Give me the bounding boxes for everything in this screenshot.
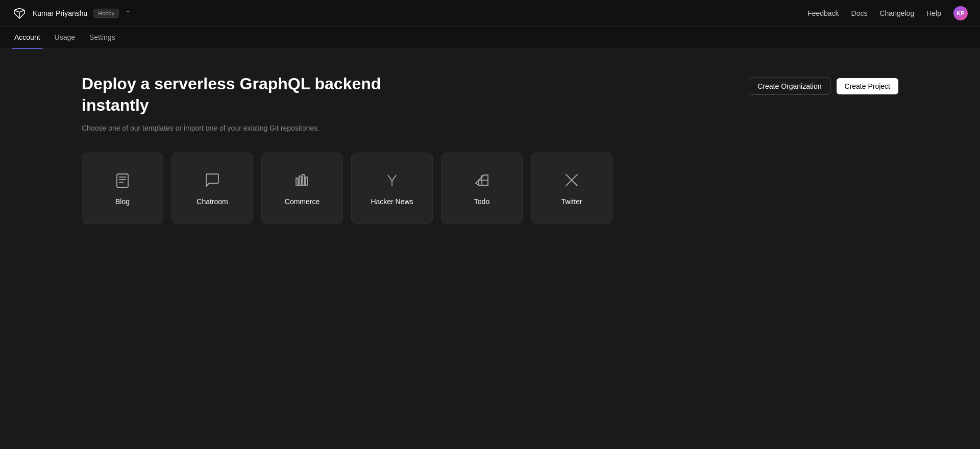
feedback-link[interactable]: Feedback	[807, 9, 839, 17]
template-card-todo[interactable]: Todo	[441, 153, 523, 224]
todo-icon	[473, 171, 491, 189]
template-card-chatroom[interactable]: Chatroom	[172, 153, 253, 224]
topbar: Kumar Priyanshu Hobby ⌃ Feedback Docs Ch…	[0, 0, 980, 27]
hero-actions: Create Organization Create Project	[749, 73, 898, 95]
svg-rect-6	[302, 174, 304, 185]
user-name: Kumar Priyanshu	[33, 9, 87, 17]
hobby-badge: Hobby	[93, 9, 119, 18]
svg-rect-5	[299, 176, 301, 185]
hacker-news-icon	[383, 171, 401, 189]
subnav-item-usage[interactable]: Usage	[53, 27, 77, 49]
template-label-twitter: Twitter	[561, 197, 582, 206]
blog-icon	[113, 171, 132, 189]
changelog-link[interactable]: Changelog	[879, 9, 914, 17]
template-label-chatroom: Chatroom	[197, 197, 228, 206]
hero-title: Deploy a serverless GraphQL backend inst…	[82, 73, 439, 116]
create-project-button[interactable]: Create Project	[837, 78, 898, 94]
subnav: Account Usage Settings	[0, 27, 980, 49]
main-content: Deploy a serverless GraphQL backend inst…	[0, 49, 980, 248]
svg-rect-7	[305, 177, 307, 185]
subnav-item-settings[interactable]: Settings	[87, 27, 117, 49]
hero-subtitle: Choose one of our templates or import on…	[82, 124, 898, 132]
template-label-commerce: Commerce	[285, 197, 320, 206]
expand-icon[interactable]: ⌃	[125, 9, 131, 17]
commerce-icon	[293, 171, 311, 189]
docs-link[interactable]: Docs	[851, 9, 868, 17]
chatroom-icon	[203, 171, 222, 189]
create-organization-button[interactable]: Create Organization	[749, 78, 830, 95]
topbar-right: Feedback Docs Changelog Help KP	[807, 6, 968, 20]
subnav-item-account[interactable]: Account	[12, 27, 42, 49]
template-label-hacker-news: Hacker News	[371, 197, 413, 206]
template-card-commerce[interactable]: Commerce	[261, 153, 343, 224]
template-label-blog: Blog	[115, 197, 130, 206]
hero-section: Deploy a serverless GraphQL backend inst…	[82, 73, 898, 116]
template-card-twitter[interactable]: Twitter	[531, 153, 612, 224]
logo-icon[interactable]	[12, 6, 27, 20]
avatar[interactable]: KP	[953, 6, 968, 20]
template-card-hacker-news[interactable]: Hacker News	[351, 153, 433, 224]
topbar-left: Kumar Priyanshu Hobby ⌃	[12, 6, 131, 20]
svg-rect-4	[296, 178, 298, 185]
help-link[interactable]: Help	[926, 9, 941, 17]
svg-rect-0	[117, 174, 128, 187]
templates-grid: Blog Chatroom Commerce	[82, 153, 898, 224]
template-label-todo: Todo	[474, 197, 489, 206]
twitter-icon	[562, 171, 581, 189]
template-card-blog[interactable]: Blog	[82, 153, 163, 224]
